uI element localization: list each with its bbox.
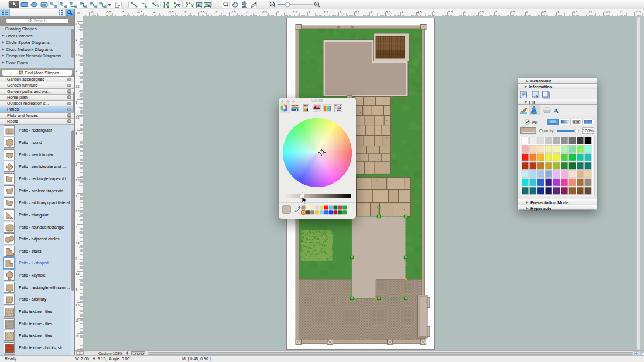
svg-text:4.5: 4.5 bbox=[76, 147, 80, 151]
svg-text:-2: -2 bbox=[215, 11, 218, 14]
svg-text:10: 10 bbox=[589, 11, 592, 14]
svg-text:2: 2 bbox=[76, 69, 77, 73]
svg-text:2: 2 bbox=[340, 11, 341, 14]
svg-text:-2.5: -2.5 bbox=[200, 11, 205, 14]
svg-text:-3: -3 bbox=[184, 11, 187, 14]
svg-text:6: 6 bbox=[464, 11, 466, 14]
svg-text:0.5: 0.5 bbox=[293, 11, 297, 14]
svg-text:2.5: 2.5 bbox=[76, 85, 80, 88]
svg-text:8.5: 8.5 bbox=[542, 11, 546, 14]
svg-text:7: 7 bbox=[76, 225, 77, 229]
svg-text:8: 8 bbox=[526, 11, 528, 14]
svg-text:9.5: 9.5 bbox=[573, 11, 577, 14]
svg-text:7.5: 7.5 bbox=[511, 11, 515, 14]
svg-text:-5: -5 bbox=[122, 11, 125, 14]
svg-text:6: 6 bbox=[76, 194, 77, 198]
svg-text:11.5: 11.5 bbox=[635, 11, 641, 14]
svg-text:1: 1 bbox=[309, 11, 310, 14]
svg-text:3.5: 3.5 bbox=[386, 11, 390, 14]
svg-text:-1.5: -1.5 bbox=[231, 11, 236, 14]
svg-text:9: 9 bbox=[557, 11, 559, 14]
svg-text:10.5: 10.5 bbox=[76, 335, 81, 338]
svg-text:-5.5: -5.5 bbox=[106, 11, 111, 14]
svg-text:6.5: 6.5 bbox=[479, 11, 484, 14]
svg-text:Fill: Fill bbox=[532, 120, 538, 125]
svg-text:6.5: 6.5 bbox=[76, 209, 80, 213]
svg-text:9: 9 bbox=[76, 288, 77, 291]
svg-text:11: 11 bbox=[620, 11, 623, 14]
svg-text:1: 1 bbox=[76, 38, 77, 42]
svg-text:-4.5: -4.5 bbox=[137, 11, 142, 14]
svg-text:8.5: 8.5 bbox=[76, 272, 80, 275]
svg-text:5.5: 5.5 bbox=[448, 11, 453, 14]
svg-text:-0.5: -0.5 bbox=[262, 11, 267, 14]
svg-text:5: 5 bbox=[433, 11, 435, 14]
svg-text:1.5: 1.5 bbox=[324, 11, 328, 14]
svg-text:1.5: 1.5 bbox=[76, 53, 80, 57]
svg-text:2.5: 2.5 bbox=[355, 11, 359, 14]
svg-text:9.5: 9.5 bbox=[76, 304, 80, 307]
svg-text:10: 10 bbox=[76, 319, 79, 322]
svg-text:4: 4 bbox=[402, 11, 403, 14]
svg-text:3: 3 bbox=[76, 101, 77, 104]
svg-text:7: 7 bbox=[495, 11, 497, 14]
svg-text:4.5: 4.5 bbox=[417, 11, 422, 14]
svg-text:-6: -6 bbox=[90, 11, 93, 14]
svg-text:10.5: 10.5 bbox=[604, 11, 610, 14]
svg-text:5.5: 5.5 bbox=[76, 178, 80, 182]
svg-text:A: A bbox=[553, 106, 559, 115]
svg-text:-3.5: -3.5 bbox=[168, 11, 173, 14]
svg-text:4: 4 bbox=[76, 132, 77, 135]
svg-text:0.5: 0.5 bbox=[76, 22, 80, 26]
svg-text:5: 5 bbox=[76, 163, 77, 166]
svg-text:0: 0 bbox=[278, 11, 279, 14]
svg-text:8: 8 bbox=[76, 257, 77, 260]
svg-text:-1: -1 bbox=[246, 11, 249, 14]
svg-text:-4: -4 bbox=[153, 11, 156, 14]
svg-text:7.5: 7.5 bbox=[76, 241, 80, 244]
svg-text:3: 3 bbox=[371, 11, 372, 14]
svg-text:3.5: 3.5 bbox=[76, 116, 80, 119]
